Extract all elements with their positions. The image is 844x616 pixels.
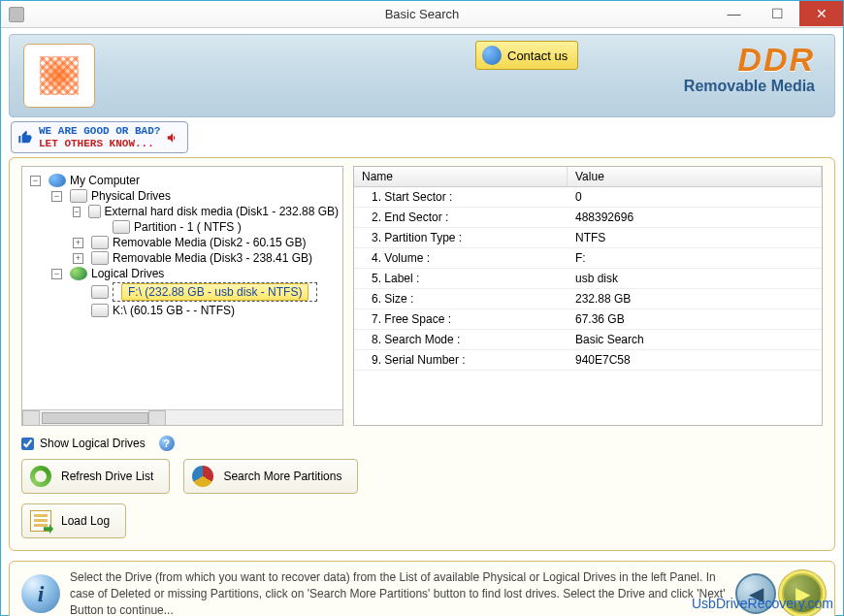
- drive-tree-panel: − My Computer − Physical Drives − Extern…: [21, 166, 343, 426]
- tree-node-disk2[interactable]: + Removable Media (Disk2 - 60.15 GB): [26, 235, 339, 250]
- grid-row[interactable]: 2. End Sector :488392696: [354, 208, 822, 228]
- disk-label: External hard disk media (Disk1 - 232.88…: [105, 205, 339, 218]
- computer-icon: [49, 174, 66, 187]
- help-icon[interactable]: ?: [159, 436, 175, 451]
- cell-name: 9. Serial Number :: [354, 350, 568, 370]
- drive-tree[interactable]: − My Computer − Physical Drives − Extern…: [22, 167, 342, 409]
- show-logical-drives-checkbox[interactable]: Show Logical Drives: [21, 437, 146, 450]
- feedback-line-2: LET OTHERS KNOW...: [39, 138, 160, 150]
- refresh-label: Refresh Drive List: [61, 470, 153, 483]
- cell-name: 4. Volume :: [354, 248, 568, 268]
- hard-disk-icon: [88, 205, 101, 218]
- person-icon: [482, 46, 502, 65]
- button-row: Refresh Drive List Search More Partition…: [21, 459, 823, 494]
- main-panel: − My Computer − Physical Drives − Extern…: [9, 157, 835, 551]
- close-button[interactable]: ✕: [799, 1, 843, 26]
- grid-row[interactable]: 9. Serial Number :940E7C58: [354, 350, 822, 371]
- tree-node-logical-k[interactable]: K:\ (60.15 GB - - NTFS): [26, 303, 339, 318]
- minimize-button[interactable]: —: [712, 1, 756, 26]
- grid-row[interactable]: 7. Free Space :67.36 GB: [354, 309, 822, 330]
- app-logo: [23, 44, 95, 108]
- contact-us-button[interactable]: Contact us: [475, 41, 578, 70]
- banner: Contact us DDR Removable Media: [9, 34, 835, 117]
- grid-row[interactable]: 4. Volume :F:: [354, 248, 822, 269]
- window-controls: — ☐ ✕: [712, 1, 843, 26]
- disk-label: Removable Media (Disk3 - 238.41 GB): [113, 251, 312, 265]
- tree-node-my-computer[interactable]: − My Computer: [26, 173, 339, 188]
- feedback-line-1: WE ARE GOOD OR BAD?: [39, 125, 160, 138]
- maximize-button[interactable]: ☐: [756, 1, 799, 26]
- hint-text: Select the Drive (from which you want to…: [70, 569, 726, 616]
- search-more-partitions-button[interactable]: Search More Partitions: [183, 459, 358, 494]
- volume-icon: [91, 304, 109, 317]
- cell-name: 7. Free Space :: [354, 309, 568, 329]
- expander-icon[interactable]: −: [51, 269, 62, 279]
- tree-node-partition[interactable]: Partition - 1 ( NTFS ): [26, 219, 339, 235]
- partition-label: Partition - 1 ( NTFS ): [134, 220, 242, 234]
- load-log-label: Load Log: [61, 514, 110, 528]
- brand-subtitle: Removable Media: [684, 78, 815, 95]
- cell-value: usb disk: [568, 269, 822, 288]
- hard-disk-icon: [91, 251, 109, 265]
- cell-name: 6. Size :: [354, 289, 568, 308]
- grid-header: Name Value: [354, 167, 822, 187]
- feedback-button[interactable]: WE ARE GOOD OR BAD? LET OTHERS KNOW...: [11, 121, 188, 153]
- col-header-value[interactable]: Value: [568, 167, 822, 186]
- tree-node-physical-drives[interactable]: − Physical Drives: [26, 188, 339, 204]
- panels-row: − My Computer − Physical Drives − Extern…: [21, 166, 823, 426]
- logical-drives-icon: [70, 267, 87, 280]
- log-file-icon: [30, 510, 51, 532]
- my-computer-label: My Computer: [70, 174, 140, 187]
- cell-value: 67.36 GB: [568, 309, 822, 329]
- scrollbar-thumb[interactable]: [42, 412, 148, 424]
- refresh-drive-list-button[interactable]: Refresh Drive List: [21, 459, 170, 494]
- cell-value: 488392696: [568, 208, 822, 227]
- cell-name: 2. End Sector :: [354, 208, 568, 227]
- drive-group-icon: [70, 189, 87, 203]
- megaphone-icon: [166, 131, 179, 145]
- physical-drives-label: Physical Drives: [91, 189, 171, 203]
- partition-icon: [113, 220, 130, 234]
- expander-icon[interactable]: −: [30, 176, 41, 186]
- grid-row[interactable]: 5. Label :usb disk: [354, 269, 822, 289]
- properties-grid: Name Value 1. Start Sector :02. End Sect…: [353, 166, 823, 426]
- tree-node-disk1[interactable]: − External hard disk media (Disk1 - 232.…: [26, 204, 339, 219]
- horizontal-scrollbar[interactable]: [22, 409, 342, 425]
- grid-row[interactable]: 3. Partition Type :NTFS: [354, 228, 822, 248]
- app-window: Basic Search — ☐ ✕ Contact us DDR Remova…: [0, 0, 844, 616]
- feedback-text: WE ARE GOOD OR BAD? LET OTHERS KNOW...: [39, 125, 160, 149]
- tree-node-disk3[interactable]: + Removable Media (Disk3 - 238.41 GB): [26, 250, 339, 266]
- brand-name: DDR: [684, 43, 815, 76]
- grid-row[interactable]: 1. Start Sector :0: [354, 187, 822, 208]
- leaf-spacer: [94, 222, 105, 233]
- cell-value: 0: [568, 187, 822, 207]
- tree-node-logical-drives[interactable]: − Logical Drives: [26, 266, 339, 281]
- website-link[interactable]: UsbDriveRecovery.com: [692, 596, 833, 611]
- button-row-2: Load Log: [21, 503, 823, 538]
- grid-row[interactable]: 8. Search Mode :Basic Search: [354, 330, 822, 350]
- thumbs-up-icon: [17, 130, 33, 146]
- cell-value: F:: [568, 248, 822, 268]
- expander-icon[interactable]: +: [73, 253, 83, 264]
- window-title: Basic Search: [385, 7, 460, 21]
- cell-value: NTFS: [568, 228, 822, 247]
- info-icon: i: [21, 574, 60, 613]
- cell-value: 232.88 GB: [568, 289, 822, 308]
- app-icon: [9, 7, 24, 22]
- search-more-label: Search More Partitions: [223, 470, 341, 483]
- grid-row[interactable]: 6. Size :232.88 GB: [354, 289, 822, 309]
- refresh-icon: [30, 466, 51, 487]
- controls-row: Show Logical Drives ?: [21, 436, 823, 451]
- pie-chart-icon: [192, 466, 213, 487]
- expander-icon[interactable]: −: [51, 191, 62, 202]
- cell-value: Basic Search: [568, 330, 822, 349]
- brand-block: DDR Removable Media: [684, 43, 815, 95]
- show-logical-drives-input[interactable]: [21, 438, 34, 450]
- expander-icon[interactable]: +: [73, 238, 83, 248]
- logical-drives-label: Logical Drives: [91, 267, 164, 280]
- col-header-name[interactable]: Name: [354, 167, 568, 186]
- tree-node-logical-f[interactable]: F:\ (232.88 GB - usb disk - NTFS): [26, 281, 339, 303]
- disk-label: Removable Media (Disk2 - 60.15 GB): [113, 236, 306, 249]
- load-log-button[interactable]: Load Log: [21, 503, 126, 538]
- expander-icon[interactable]: −: [73, 207, 81, 217]
